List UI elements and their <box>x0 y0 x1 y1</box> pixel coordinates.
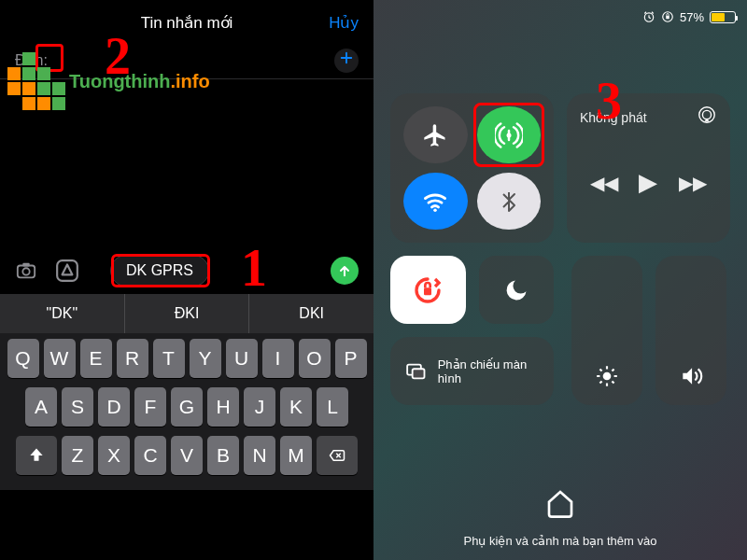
prediction-2[interactable]: DKI <box>249 294 374 333</box>
key-w[interactable]: W <box>44 339 76 378</box>
wifi-icon <box>422 189 448 215</box>
message-input[interactable]: DK GPRS <box>110 255 209 287</box>
backspace-icon <box>327 447 347 464</box>
key-z[interactable]: Z <box>62 436 93 475</box>
shift-icon <box>27 446 46 465</box>
mirror-icon <box>405 361 427 382</box>
rotation-lock-icon <box>413 275 443 305</box>
control-center-pane: 57% 3 Không phát ◀◀ <box>374 0 747 560</box>
battery-percent: 57% <box>680 10 704 24</box>
appstore-button[interactable] <box>52 259 82 283</box>
home-icon <box>374 488 747 525</box>
watermark-text: Tuongthinh.info <box>69 71 210 92</box>
prediction-0[interactable]: "DK" <box>0 294 125 333</box>
battery-icon <box>710 11 736 23</box>
keyboard-row-3: Z X C V B N M <box>3 436 371 475</box>
key-a[interactable]: A <box>25 387 57 427</box>
svg-rect-6 <box>666 16 669 19</box>
key-b[interactable]: B <box>207 436 239 475</box>
prediction-bar: "DK" ĐKI DKI <box>0 294 374 333</box>
bluetooth-toggle[interactable] <box>477 173 542 230</box>
alarm-icon <box>642 10 655 23</box>
key-r[interactable]: R <box>117 339 148 378</box>
key-i[interactable]: I <box>262 339 294 378</box>
screen-mirroring-button[interactable]: Phản chiếu màn hình <box>390 337 554 405</box>
wifi-toggle[interactable] <box>403 173 468 230</box>
home-accessories: Phụ kiện và cảnh mà bạn thêm vào <box>374 488 747 549</box>
key-backspace[interactable] <box>317 436 358 475</box>
home-text: Phụ kiện và cảnh mà bạn thêm vào <box>464 534 657 548</box>
key-v[interactable]: V <box>171 436 203 475</box>
annotation-number-3: 3 <box>596 71 622 131</box>
camera-button[interactable] <box>11 259 41 283</box>
messages-header: Tin nhắn mới Hủy <box>0 0 374 42</box>
message-input-bar: DK GPRS <box>0 247 374 294</box>
moon-icon <box>503 277 529 303</box>
annotation-number-2: 2 <box>105 26 131 86</box>
key-l[interactable]: L <box>317 387 348 427</box>
svg-rect-11 <box>424 287 431 295</box>
key-s[interactable]: S <box>62 387 93 427</box>
key-m[interactable]: M <box>280 436 312 475</box>
rotation-lock-toggle[interactable] <box>390 256 466 324</box>
annotation-number-1: 1 <box>241 238 267 298</box>
control-center-grid: Không phát ◀◀ ▶ ▶▶ Phản <box>390 93 730 405</box>
key-shift[interactable] <box>16 436 57 475</box>
arrow-up-icon <box>337 263 352 278</box>
key-g[interactable]: G <box>171 387 203 427</box>
messages-pane: Tin nhắn mới Hủy Đến: Tuongthinh.info 2 <box>0 0 374 560</box>
status-bar: 57% <box>374 7 747 26</box>
bluetooth-icon <box>498 190 520 213</box>
key-q[interactable]: Q <box>7 339 39 378</box>
svg-rect-14 <box>413 369 425 378</box>
svg-rect-3 <box>57 260 78 281</box>
key-d[interactable]: D <box>98 387 130 427</box>
page-title: Tin nhắn mới <box>141 14 233 32</box>
key-p[interactable]: P <box>335 339 367 378</box>
keyboard-row-2: A S D F G H J K L <box>3 387 371 427</box>
prev-track-button[interactable]: ◀◀ <box>590 172 618 194</box>
plus-icon <box>338 49 355 66</box>
key-x[interactable]: X <box>98 436 130 475</box>
media-card[interactable]: Không phát ◀◀ ▶ ▶▶ <box>567 93 730 243</box>
send-button[interactable] <box>331 257 359 285</box>
svg-point-8 <box>434 208 438 212</box>
watermark-logo <box>7 52 65 110</box>
key-k[interactable]: K <box>280 387 312 427</box>
keyboard: Q W E R T Y U I O P A S D F G H J K L Z <box>0 333 374 490</box>
mirror-label: Phản chiếu màn hình <box>438 357 539 385</box>
cancel-button[interactable]: Hủy <box>329 13 359 33</box>
prediction-1[interactable]: ĐKI <box>125 294 250 333</box>
media-controls: ◀◀ ▶ ▶▶ <box>580 168 717 197</box>
volume-slider[interactable] <box>655 256 726 405</box>
next-track-button[interactable]: ▶▶ <box>679 172 707 194</box>
airplane-icon <box>422 122 448 148</box>
annotation-box-3 <box>473 103 545 167</box>
play-button[interactable]: ▶ <box>639 168 657 197</box>
key-t[interactable]: T <box>153 339 185 378</box>
camera-icon <box>13 260 39 281</box>
do-not-disturb-toggle[interactable] <box>479 256 555 324</box>
svg-rect-2 <box>22 263 29 267</box>
svg-point-12 <box>602 372 611 381</box>
key-y[interactable]: Y <box>190 339 221 378</box>
brightness-slider[interactable] <box>571 256 642 405</box>
key-o[interactable]: O <box>299 339 331 378</box>
airplane-mode-toggle[interactable] <box>403 106 468 163</box>
add-contact-button[interactable] <box>334 49 359 73</box>
lock-rotation-icon <box>661 10 674 23</box>
key-u[interactable]: U <box>226 339 258 378</box>
key-h[interactable]: H <box>207 387 239 427</box>
connectivity-card <box>390 93 554 243</box>
volume-icon <box>679 364 703 388</box>
keyboard-row-1: Q W E R T Y U I O P <box>3 339 371 378</box>
key-f[interactable]: F <box>134 387 166 427</box>
key-e[interactable]: E <box>80 339 112 378</box>
key-j[interactable]: J <box>244 387 275 427</box>
appstore-icon <box>55 259 79 283</box>
cellular-data-toggle[interactable] <box>477 106 542 163</box>
key-n[interactable]: N <box>244 436 275 475</box>
svg-point-1 <box>22 268 29 274</box>
message-input-text: DK GPRS <box>126 262 193 278</box>
key-c[interactable]: C <box>134 436 166 475</box>
